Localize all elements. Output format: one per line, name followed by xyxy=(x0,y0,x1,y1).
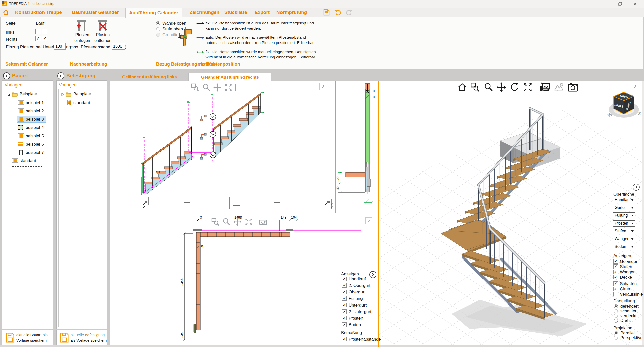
gerendert-radio[interactable] xyxy=(614,304,618,308)
zoom-icon[interactable] xyxy=(202,83,210,92)
grundlinie-radio[interactable] xyxy=(156,33,160,37)
stufe-oben-radio[interactable] xyxy=(156,27,160,31)
pan-icon[interactable] xyxy=(497,82,506,92)
viewer-options-collapse-button[interactable] xyxy=(633,184,640,191)
tab-stueckliste[interactable]: Stückliste xyxy=(221,8,251,17)
verlaufslinie-checkbox[interactable] xyxy=(613,292,618,296)
stufen-dropdown[interactable]: Stufen xyxy=(613,228,635,234)
handlauf-dropdown[interactable]: Handlauf xyxy=(613,197,635,203)
tree-item-beispiel3-selected[interactable]: beispiel 3 xyxy=(26,117,44,122)
einzug-input[interactable] xyxy=(54,43,66,50)
wange-oben-radio[interactable] xyxy=(156,21,160,25)
befestigung-collapse-button[interactable] xyxy=(57,72,64,79)
restore-button[interactable] xyxy=(615,1,625,7)
fuellung-checkbox[interactable] xyxy=(342,296,347,301)
zoom-window-icon[interactable] xyxy=(211,218,219,226)
view-divider-vertical[interactable] xyxy=(335,81,336,213)
tab-export[interactable]: Export xyxy=(251,8,273,17)
view-divider-horizontal[interactable] xyxy=(110,213,379,213)
pfosten-entfernen-icon[interactable] xyxy=(97,20,108,32)
pan-icon[interactable] xyxy=(233,218,242,226)
pfosten-entfernen-button[interactable]: Pfosten entfernen xyxy=(91,32,114,44)
gitter-checkbox[interactable] xyxy=(613,287,618,291)
fuellung-dropdown[interactable]: Füllung xyxy=(613,212,635,219)
verdeckt-radio[interactable] xyxy=(614,314,618,318)
home-icon[interactable] xyxy=(3,9,9,15)
elevation-drawing[interactable]: 114 xyxy=(111,81,335,213)
camera-icon[interactable] xyxy=(568,82,578,92)
section-drawing[interactable]: 0 0 120 40 50 xyxy=(336,81,378,213)
rechts-seite-checkbox[interactable] xyxy=(35,36,41,41)
wangen-dropdown[interactable]: Wangen xyxy=(613,236,635,242)
tab-gelaender-links[interactable]: Geländer Ausführung links xyxy=(111,73,188,81)
pfosten-checkbox[interactable] xyxy=(342,316,347,320)
anzeigen-collapse-button[interactable] xyxy=(369,271,376,278)
elevation-popout-button[interactable] xyxy=(319,83,326,90)
close-button[interactable] xyxy=(630,1,640,7)
expander-closed-icon[interactable] xyxy=(61,93,64,96)
tree-folder-beispiele[interactable]: Beispiele xyxy=(73,92,91,97)
tree-item-beispiel4[interactable]: beispiel 4 xyxy=(26,125,44,130)
schatten-checkbox[interactable] xyxy=(613,281,618,286)
tab-konstruktion-treppe[interactable]: Konstruktion Treppe xyxy=(12,8,65,17)
untergurt-checkbox[interactable] xyxy=(342,303,347,307)
save-bauart-button[interactable]: aktuelle Bauart als Vorlage speichern xyxy=(2,330,53,345)
zoom-icon[interactable] xyxy=(222,218,230,226)
pfosten-dropdown[interactable]: Pfosten xyxy=(613,220,635,227)
tab-zeichnungen[interactable]: Zeichnungen xyxy=(186,8,223,17)
tree-item-beispiel1[interactable]: beispiel 1 xyxy=(26,100,44,105)
screenshot-icon[interactable] xyxy=(259,218,268,226)
tree-item-beispiel5[interactable]: beispiel 5 xyxy=(26,134,44,139)
tree-item-beispiel6[interactable]: beispiel 6 xyxy=(26,142,44,147)
boden-checkbox[interactable] xyxy=(342,322,347,327)
redo-icon[interactable] xyxy=(346,9,352,16)
tree-item-beispiel2[interactable]: beispiel 2 xyxy=(26,109,44,114)
obergurt2-checkbox[interactable] xyxy=(342,283,347,288)
decke-checkbox[interactable] xyxy=(613,275,618,279)
zoom-fit-icon[interactable] xyxy=(224,83,232,92)
load-background-image-icon[interactable] xyxy=(540,82,550,92)
links-seite-checkbox[interactable] xyxy=(35,29,41,34)
plan-drawing[interactable]: 0 1498 148 104 0 1346 104 xyxy=(111,213,378,347)
tree-folder-beispiele[interactable]: Beispiele xyxy=(20,92,37,97)
untergurt2-checkbox[interactable] xyxy=(342,309,347,314)
obergurt-checkbox[interactable] xyxy=(342,290,347,294)
tab-normpruefung[interactable]: Normprüfung xyxy=(273,8,310,17)
handlauf-checkbox[interactable] xyxy=(342,277,347,281)
gurte-dropdown[interactable]: Gurte xyxy=(613,205,635,211)
pfosten-einfuegen-button[interactable]: Pfosten einfügen xyxy=(71,32,94,44)
zoom-window-icon[interactable] xyxy=(470,82,480,92)
plan-popout-button[interactable] xyxy=(365,217,372,224)
rotate-icon[interactable] xyxy=(510,82,519,92)
wangen-checkbox[interactable] xyxy=(613,270,618,274)
perspektive-radio[interactable] xyxy=(614,336,618,340)
parallel-radio[interactable] xyxy=(614,331,618,335)
tab-ausfuehrung-gelaender[interactable]: Ausführung Geländer xyxy=(125,8,182,18)
bauart-collapse-button[interactable] xyxy=(3,72,10,79)
boden-dropdown[interactable]: Boden xyxy=(613,244,635,250)
rechts-lauf-checkbox[interactable] xyxy=(42,36,47,41)
tree-item-standard[interactable]: standard xyxy=(20,158,36,163)
undo-icon[interactable] xyxy=(335,9,341,16)
links-lauf-checkbox[interactable] xyxy=(42,29,47,34)
pan-icon[interactable] xyxy=(213,83,221,92)
draht-radio[interactable] xyxy=(614,319,618,323)
tree-item-standard[interactable]: standard xyxy=(73,100,90,105)
zoom-window-icon[interactable] xyxy=(191,83,199,92)
save-befestigung-button[interactable]: aktuelle Befestigung als Vorlage speiche… xyxy=(56,330,107,345)
tab-gelaender-rechts[interactable]: Geländer Ausführung rechts xyxy=(188,73,271,81)
zoom-icon[interactable] xyxy=(484,82,493,92)
zoom-fit-icon[interactable] xyxy=(523,82,532,92)
tab-baumuster-gelaender[interactable]: Baumuster Geländer xyxy=(68,8,123,17)
pfostenabstaende-checkbox[interactable] xyxy=(342,337,347,341)
save-icon[interactable] xyxy=(323,9,330,16)
canvas-3d-divider[interactable] xyxy=(378,81,379,347)
home-view-icon[interactable] xyxy=(457,82,467,92)
background-scene-icon[interactable] xyxy=(554,82,564,92)
schattiert-radio[interactable] xyxy=(614,309,618,313)
stufen-checkbox[interactable] xyxy=(613,264,618,269)
abstand-input[interactable] xyxy=(112,43,125,50)
zoom-fit-icon[interactable] xyxy=(245,218,253,226)
expander-open-icon[interactable] xyxy=(7,94,10,96)
minimize-button[interactable] xyxy=(600,1,610,7)
